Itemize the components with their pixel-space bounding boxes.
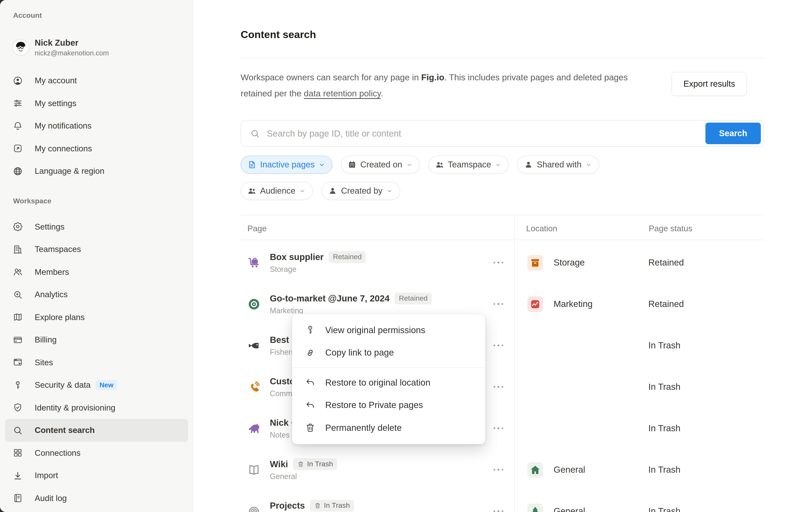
chevron-down-icon — [386, 187, 393, 194]
search-plus-icon — [13, 290, 23, 300]
status-badge: Retained — [328, 251, 366, 263]
sidebar-item-security-data[interactable]: Security & data New — [5, 374, 188, 396]
menu-item-restore-to-original-location[interactable]: Restore to original location — [292, 371, 485, 394]
location-name: General — [554, 465, 585, 475]
row-context-menu: View original permissions Copy link to p… — [292, 314, 486, 444]
luggage-cart-icon — [248, 256, 261, 269]
menu-item-restore-to-private-pages[interactable]: Restore to Private pages — [292, 394, 485, 417]
sidebar-item-my-settings[interactable]: My settings — [5, 92, 188, 115]
house-icon — [527, 462, 543, 478]
filter-inactive-pages[interactable]: Inactive pages — [241, 156, 332, 174]
sidebar-item-explore-plans[interactable]: Explore plans — [5, 306, 188, 329]
row-menu-button[interactable] — [493, 344, 503, 347]
menu-item-permanently-delete[interactable]: Permanently delete — [292, 417, 485, 439]
chevron-down-icon — [318, 161, 325, 168]
column-header-page: Page — [248, 224, 267, 233]
menu-item-copy-link-to-page[interactable]: Copy link to page — [292, 341, 485, 364]
table-top-border — [241, 215, 764, 215]
target-icon — [248, 297, 261, 310]
calendar-icon — [348, 160, 356, 169]
sidebar-item-connections[interactable]: Connections — [5, 442, 188, 464]
undo-icon — [305, 377, 316, 388]
sidebar-item-language-region[interactable]: Language & region — [5, 160, 188, 182]
settings-window: Account Nick Zuber nickz@makenotion.com … — [0, 0, 812, 512]
content-search-page: Content search Workspace owners can sear… — [193, 0, 812, 512]
fish-icon — [248, 339, 261, 352]
chevron-down-icon — [299, 187, 306, 194]
table-row[interactable]: Projects In Trash General In Trash — [241, 490, 764, 512]
browser-icon — [13, 358, 23, 368]
table-row[interactable]: Box supplier Retained Storage Storage Re… — [241, 242, 764, 283]
search-bar: Search — [241, 120, 764, 147]
sidebar-item-audit-log[interactable]: Audit log — [5, 487, 188, 509]
workspace-menu: Settings Teamspaces Members Analytics Ex… — [0, 215, 193, 509]
column-header-page-status: Page status — [649, 224, 692, 233]
horse-icon — [248, 422, 261, 435]
status-badge: Retained — [395, 292, 432, 304]
workspace-name: Fig.io — [421, 72, 444, 82]
sliders-icon — [13, 98, 23, 109]
key-icon — [305, 325, 316, 335]
person-icon — [328, 186, 337, 195]
bell-icon — [13, 121, 23, 131]
filter-teamspace[interactable]: Teamspace — [428, 156, 509, 174]
sidebar-item-analytics[interactable]: Analytics — [5, 283, 188, 306]
sidebar-item-sites[interactable]: Sites — [5, 351, 188, 374]
row-menu-button[interactable] — [493, 262, 503, 264]
location-name: Marketing — [554, 299, 592, 309]
user-name: Nick Zuber — [35, 37, 109, 48]
map-icon — [13, 312, 23, 322]
user-email: nickz@makenotion.com — [35, 48, 109, 58]
row-menu-button[interactable] — [493, 303, 503, 305]
page-subtitle: General — [270, 472, 337, 481]
data-retention-policy-link[interactable]: data retention policy — [304, 88, 381, 98]
sidebar-item-identity-provisioning[interactable]: Identity & provisioning — [5, 396, 188, 419]
sidebar-item-teamspaces[interactable]: Teamspaces — [5, 238, 188, 261]
row-menu-button[interactable] — [493, 510, 503, 512]
row-menu-button[interactable] — [493, 386, 503, 388]
row-menu-button[interactable] — [493, 469, 503, 471]
avatar — [13, 39, 29, 55]
page-icon — [248, 160, 256, 169]
search-input[interactable] — [266, 128, 705, 139]
menu-item-view-original-permissions[interactable]: View original permissions — [292, 319, 485, 341]
title-divider — [241, 58, 764, 58]
search-icon — [250, 128, 260, 139]
sidebar-item-members[interactable]: Members — [5, 261, 188, 283]
status-badge: In Trash — [310, 500, 354, 511]
page-description: Workspace owners can search for any page… — [241, 69, 634, 101]
trash-icon — [297, 461, 304, 468]
account-section-label: Account — [0, 11, 193, 20]
page-status: Retained — [648, 299, 684, 309]
chevron-down-icon — [495, 161, 501, 168]
sidebar-item-my-account[interactable]: My account — [5, 69, 188, 92]
filter-created-on[interactable]: Created on — [341, 156, 420, 174]
sidebar-user-row[interactable]: Nick Zuber nickz@makenotion.com — [5, 35, 188, 59]
page-status: In Trash — [648, 423, 680, 433]
tree-icon — [527, 503, 543, 512]
export-results-button[interactable]: Export results — [672, 72, 747, 96]
download-icon — [13, 471, 23, 481]
row-menu-button[interactable] — [493, 427, 503, 429]
location-name: Storage — [554, 258, 585, 268]
sidebar-item-billing[interactable]: Billing — [5, 329, 188, 351]
filter-shared-with[interactable]: Shared with — [517, 156, 599, 174]
sidebar-item-content-search[interactable]: Content search — [5, 419, 188, 442]
storage-box-icon — [527, 255, 543, 270]
column-header-location: Location — [526, 224, 557, 233]
people-icon — [13, 267, 23, 277]
filter-created-by[interactable]: Created by — [322, 182, 400, 200]
filter-audience[interactable]: Audience — [241, 182, 313, 200]
sidebar-item-import[interactable]: Import — [5, 464, 188, 487]
search-button[interactable]: Search — [705, 123, 761, 144]
page-status: In Trash — [648, 506, 680, 512]
sidebar-item-my-notifications[interactable]: My notifications — [5, 115, 188, 137]
menu-divider — [292, 367, 485, 368]
status-badge: In Trash — [293, 458, 337, 470]
person-icon — [524, 160, 533, 169]
filter-row-1: Inactive pages Created on Teamspace Shar… — [241, 156, 599, 174]
sidebar-item-my-connections[interactable]: My connections — [5, 137, 188, 160]
sidebar-item-settings[interactable]: Settings — [5, 215, 188, 238]
table-row[interactable]: Wiki In Trash General General In Trash — [241, 449, 764, 490]
trash-icon — [314, 502, 321, 509]
